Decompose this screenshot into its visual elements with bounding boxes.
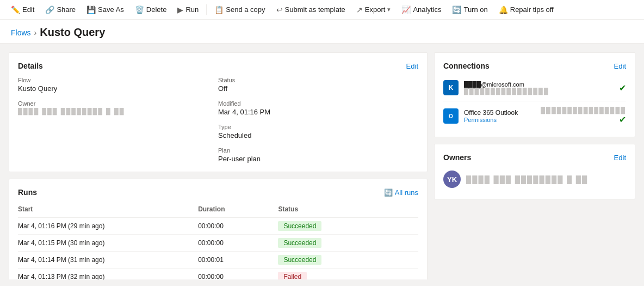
modified-value: Mar 4, 01:16 PM [218,108,418,116]
run-duration-1: 00:00:00 [198,235,278,252]
connection-2-status: ✔ [619,114,626,125]
main-content: Details Edit Flow Kusto Query Owner ████… [0,44,644,279]
run-status-1: Succeeded [278,235,418,252]
toolbar-turn-on[interactable]: 🔄 Turn on [448,3,492,16]
plan-label: Plan [218,147,418,154]
runs-table-row[interactable]: Mar 4, 01:13 PM (32 min ago) 00:00:00 Fa… [18,269,418,280]
connection-1-id: ████████████████ [464,88,614,94]
delete-icon: 🗑️ [135,5,144,14]
breadcrumb-current: Kusto Query [40,26,105,39]
type-value: Scheduled [218,131,418,139]
details-title: Details [18,62,43,70]
owner-label: Owner [18,100,218,107]
status-value: Off [218,84,418,93]
share-icon: 🔗 [45,5,54,14]
plan-value: Per-user plan [218,155,418,163]
connection-item-1: K ████@microsoft.com ████████████████ ✔ [443,77,626,99]
toolbar: ✏️ Edit 🔗 Share 💾 Save As 🗑️ Delete ▶ Ru… [0,0,644,20]
runs-table-row[interactable]: Mar 4, 01:15 PM (30 min ago) 00:00:00 Su… [18,235,418,252]
submit-template-icon: ↩ [276,5,283,14]
run-start-2: Mar 4, 01:14 PM (31 min ago) [18,252,198,269]
connection-2-right: ████████████████ ✔ [541,107,626,125]
toolbar-analytics[interactable]: 📈 Analytics [397,3,445,16]
run-duration-3: 00:00:00 [198,269,278,280]
owners-card: Owners Edit YK ████ ███ ████████ █ ██ [434,144,635,199]
connection-2-id: ████████████████ [541,107,626,113]
export-icon: ↗ [356,5,363,14]
connection-1-info: ████@microsoft.com ████████████████ [464,81,614,94]
run-start-0: Mar 4, 01:16 PM (29 min ago) [18,218,198,235]
outlook-icon: O [443,108,459,124]
left-panel: Details Edit Flow Kusto Query Owner ████… [9,52,428,271]
breadcrumb-bar: Flows › Kusto Query [0,20,644,44]
status-badge-1: Succeeded [278,238,321,248]
toolbar-repair-tips[interactable]: 🔔 Repair tips off [494,3,558,16]
connection-2-info: Office 365 Outlook Permissions [464,109,535,123]
connections-card: Connections Edit K ████@microsoft.com ██… [434,52,635,137]
toolbar-edit[interactable]: ✏️ Edit [7,3,39,16]
runs-title: Runs [18,188,37,197]
connection-2-sub[interactable]: Permissions [464,117,535,123]
status-label: Status [218,77,418,83]
connection-1-name: ████@microsoft.com [464,81,614,88]
runs-table-row[interactable]: Mar 4, 01:14 PM (31 min ago) 00:00:01 Su… [18,252,418,269]
run-start-3: Mar 4, 01:13 PM (32 min ago) [18,269,198,280]
status-badge-0: Succeeded [278,221,321,231]
toolbar-send-copy[interactable]: 📋 Send a copy [210,3,269,16]
breadcrumb: Flows › Kusto Query [11,26,633,39]
runs-table-header-row: Start Duration Status [18,203,418,218]
connections-card-header: Connections Edit [443,62,626,70]
flow-label: Flow [18,77,218,83]
details-left: Flow Kusto Query Owner ████ ███ ████████… [18,77,218,163]
breadcrumb-separator: › [34,28,37,37]
col-header-start: Start [18,203,198,218]
details-card: Details Edit Flow Kusto Query Owner ████… [9,52,428,172]
details-right: Status Off Modified Mar 4, 01:16 PM Type… [218,77,418,163]
run-duration-0: 00:00:00 [198,218,278,235]
runs-card: Runs 🔄 All runs Start Duration Status Ma… [9,179,428,279]
owner-value: ████ ███ ████████ █ ██ [18,108,218,114]
run-duration-2: 00:00:01 [198,252,278,269]
connection-1-status: ✔ [619,83,626,93]
connections-edit-link[interactable]: Edit [614,62,626,70]
toolbar-run[interactable]: ▶ Run [173,3,203,16]
detail-owner: Owner ████ ███ ████████ █ ██ [18,100,218,114]
right-panel: Connections Edit K ████@microsoft.com ██… [434,52,635,271]
toolbar-export[interactable]: ↗ Export ▾ [352,3,395,16]
all-runs-link[interactable]: 🔄 All runs [384,188,418,197]
toolbar-save-as[interactable]: 💾 Save As [82,3,128,16]
toolbar-share[interactable]: 🔗 Share [41,3,80,16]
details-card-header: Details Edit [18,62,418,70]
runs-table: Start Duration Status Mar 4, 01:16 PM (2… [18,203,418,279]
toolbar-divider-1 [206,4,207,15]
export-chevron: ▾ [387,6,391,13]
breadcrumb-flows-link[interactable]: Flows [11,28,31,37]
analytics-icon: 📈 [401,5,411,14]
runs-header: Runs 🔄 All runs [18,188,418,197]
col-header-duration: Duration [198,203,278,218]
runs-table-row[interactable]: Mar 4, 01:16 PM (29 min ago) 00:00:00 Su… [18,218,418,235]
owners-title: Owners [443,153,471,162]
kusto-icon: K [443,80,459,95]
detail-type: Type Scheduled [218,124,418,139]
status-badge-2: Succeeded [278,255,321,265]
refresh-icon: 🔄 [384,188,393,197]
turn-on-icon: 🔄 [452,5,461,14]
run-status-0: Succeeded [278,218,418,235]
status-badge-3: Failed [278,272,307,279]
run-status-2: Succeeded [278,252,418,269]
send-copy-icon: 📋 [214,5,224,14]
connection-divider [443,101,626,101]
save-icon: 💾 [86,5,96,14]
flow-value: Kusto Query [18,84,218,93]
owner-avatar: YK [443,171,461,188]
owners-edit-link[interactable]: Edit [614,154,626,162]
owners-card-header: Owners Edit [443,153,626,162]
modified-label: Modified [218,100,418,107]
details-edit-link[interactable]: Edit [406,62,418,70]
run-status-3: Failed [278,269,418,280]
toolbar-submit-template[interactable]: ↩ Submit as template [272,3,350,16]
connection-2-name: Office 365 Outlook [464,109,535,117]
type-label: Type [218,124,418,130]
toolbar-delete[interactable]: 🗑️ Delete [131,3,171,16]
